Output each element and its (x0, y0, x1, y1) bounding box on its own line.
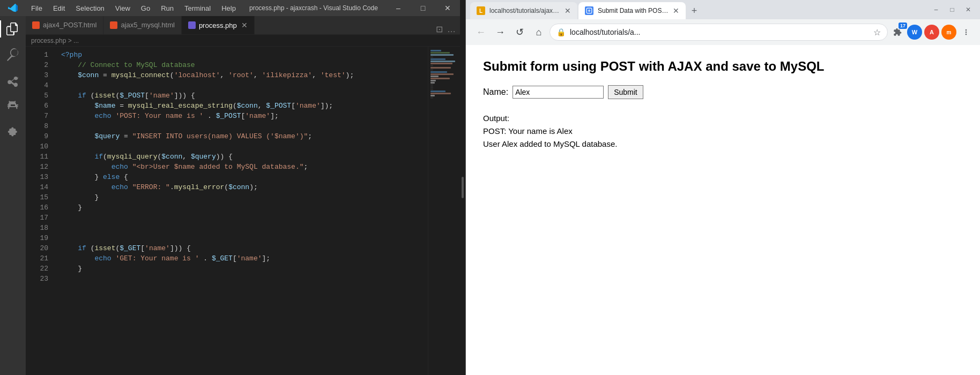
settings-button[interactable] (959, 25, 974, 40)
code-line-4 (61, 80, 428, 91)
output-label: Output: (483, 112, 963, 125)
extension-count-badge: 17 (899, 22, 907, 29)
code-line-8 (61, 121, 428, 131)
tab-label: ajax4_POST.html (43, 21, 96, 29)
code-line-18 (61, 223, 428, 233)
browser-tab-localhost-close[interactable]: ✕ (565, 6, 571, 15)
menu-terminal[interactable]: Terminal (179, 0, 216, 16)
code-line-20: if (isset($_GET['name'])) { (61, 243, 428, 253)
split-editor-icon[interactable]: ⊡ (436, 24, 443, 34)
browser-panel: L localhost/tutorials/ajaxcrash/i... ✕ S… (465, 0, 980, 375)
code-line-1: <?php (61, 50, 428, 60)
tab-close-button[interactable]: ✕ (241, 21, 248, 29)
browser-tab-localhost-label: localhost/tutorials/ajaxcrash/i... (489, 7, 560, 14)
code-line-13: } else { (61, 172, 428, 182)
menu-run[interactable]: Run (155, 0, 179, 16)
editor-actions: ⊡ … (436, 24, 460, 34)
home-button[interactable]: ⌂ (530, 24, 547, 41)
code-line-21: echo 'GET: Your name is ' . $_GET['name'… (61, 253, 428, 264)
window-controls: – □ ✕ (386, 0, 460, 16)
code-line-5: if (isset($_POST['name'])) { (61, 91, 428, 101)
tab-bar: ajax4_POST.html ajax5_mysql.html process… (26, 16, 460, 35)
breadcrumb-text: process.php > ... (31, 37, 79, 44)
address-text: localhost/tutorials/a... (570, 28, 869, 36)
code-line-7: echo 'POST: Your name is ' . $_POST['nam… (61, 111, 428, 121)
breadcrumb: process.php > ... (26, 35, 460, 47)
tab-favicon-submit (585, 6, 593, 15)
reload-button[interactable]: ↺ (511, 24, 528, 41)
code-line-17 (61, 213, 428, 223)
code-line-11: if(mysqli_query($conn, $query)) { (61, 152, 428, 162)
browser-window-controls: – □ ✕ (929, 2, 976, 19)
code-line-10 (61, 141, 428, 152)
code-line-22: } (61, 264, 428, 274)
address-bar[interactable]: 🔒 localhost/tutorials/a... ☆ (550, 24, 888, 41)
profile-badge-2[interactable]: A (924, 25, 939, 40)
browser-maximize[interactable]: □ (945, 2, 960, 17)
form-row: Name: Submit (483, 85, 963, 99)
menu-view[interactable]: View (110, 0, 136, 16)
code-line-6: $name = mysqli_real_escape_string($conn,… (61, 101, 428, 111)
browser-chrome: L localhost/tutorials/ajaxcrash/i... ✕ S… (466, 0, 980, 45)
tab-ajax4[interactable]: ajax4_POST.html (26, 16, 103, 34)
code-line-3: $conn = mysqli_connect('localhost', 'roo… (61, 70, 428, 80)
activity-search[interactable] (0, 42, 26, 68)
output-line-1: POST: Your name is Alex (483, 125, 963, 138)
menu-help[interactable]: Help (216, 0, 241, 16)
browser-minimize[interactable]: – (929, 2, 944, 17)
activity-extensions[interactable] (0, 119, 26, 145)
minimap (428, 47, 460, 375)
menu-selection[interactable]: Selection (70, 0, 109, 16)
vscode-editor: File Edit Selection View Go Run Terminal… (0, 0, 460, 375)
maximize-button[interactable]: □ (411, 0, 435, 16)
html-icon (32, 21, 40, 29)
code-line-15: } (61, 192, 428, 202)
resize-handle[interactable] (460, 0, 465, 375)
code-editor[interactable]: 12345 678910 1112131415 1617181920 21222… (26, 47, 460, 375)
activity-explorer[interactable] (0, 16, 26, 42)
browser-tab-localhost[interactable]: L localhost/tutorials/ajaxcrash/i... ✕ (470, 2, 577, 19)
vscode-title-text: process.php - ajaxcrash - Visual Studio … (241, 4, 386, 12)
html-icon-2 (110, 21, 117, 29)
menu-bar: File Edit Selection View Go Run Terminal… (26, 0, 241, 16)
activity-debug[interactable] (0, 93, 26, 119)
activity-source-control[interactable] (0, 68, 26, 93)
forward-button[interactable]: → (492, 24, 509, 41)
back-button[interactable]: ← (472, 24, 489, 41)
browser-page-content: Submit form using POST with AJAX and sav… (466, 45, 980, 375)
line-numbers: 12345 678910 1112131415 1617181920 21222… (26, 47, 53, 375)
menu-go[interactable]: Go (136, 0, 155, 16)
extension-badge-container: 17 (890, 25, 905, 40)
code-line-14: echo "ERROR: ".mysqli_error($conn); (61, 182, 428, 192)
page-heading: Submit form using POST with AJAX and sav… (483, 58, 963, 74)
tab-ajax5[interactable]: ajax5_mysql.html (103, 16, 181, 34)
tab-label-2: ajax5_mysql.html (121, 21, 174, 29)
code-line-9: $query = "INSERT INTO users(name) VALUES… (61, 131, 428, 141)
browser-tab-submit-label: Submit Data with POST to My (598, 7, 669, 14)
browser-tab-submit[interactable]: Submit Data with POST to My ✕ (578, 2, 686, 19)
browser-close[interactable]: ✕ (961, 2, 976, 17)
profile-badge-3[interactable]: m (941, 25, 956, 40)
name-input[interactable] (513, 86, 604, 99)
profile-badge-1[interactable]: W (907, 25, 922, 40)
lock-icon: 🔒 (556, 28, 566, 36)
code-line-23 (61, 274, 428, 284)
minimize-button[interactable]: – (386, 0, 411, 16)
menu-edit[interactable]: Edit (48, 0, 70, 16)
menu-file[interactable]: File (26, 0, 48, 16)
browser-nav-bar: ← → ↺ ⌂ 🔒 localhost/tutorials/a... ☆ 17 … (466, 19, 980, 45)
browser-tab-submit-close[interactable]: ✕ (673, 6, 679, 15)
new-tab-button[interactable]: + (687, 3, 702, 18)
submit-button[interactable]: Submit (608, 85, 643, 99)
close-button[interactable]: ✕ (435, 0, 460, 16)
php-icon (188, 21, 196, 29)
bookmark-icon[interactable]: ☆ (873, 27, 881, 38)
more-actions-icon[interactable]: … (447, 25, 456, 34)
activity-bar (0, 16, 26, 375)
code-content: <?php // Connect to MySQL database $conn… (53, 47, 428, 375)
tab-process[interactable]: process.php ✕ (182, 16, 255, 34)
code-line-19 (61, 233, 428, 243)
browser-action-buttons: 17 W A m (890, 25, 974, 40)
browser-tab-bar: L localhost/tutorials/ajaxcrash/i... ✕ S… (466, 0, 980, 19)
code-line-16: } (61, 202, 428, 213)
